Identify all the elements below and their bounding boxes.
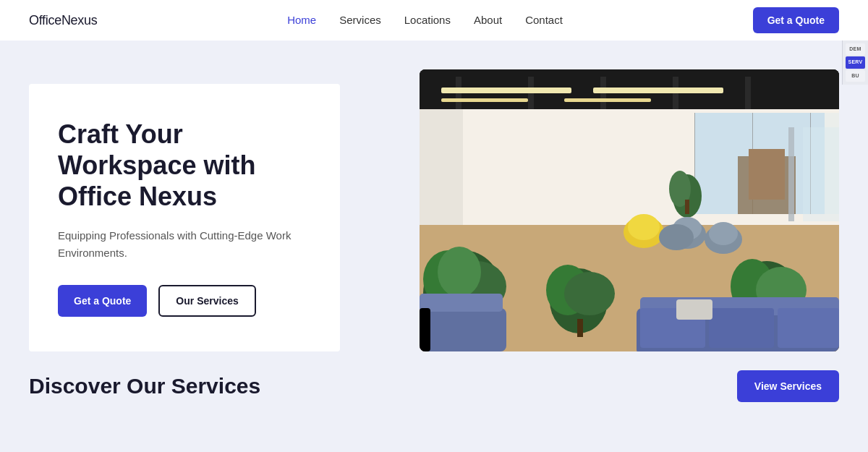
nav-item-contact[interactable]: Contact [525,14,563,27]
view-services-button[interactable]: View Services [737,370,839,402]
services-title: Discover Our Services [29,374,260,398]
sidebar-item-dem[interactable]: DEM [846,43,865,55]
hero-section: Craft Your Workspace with Office Nexus E… [0,40,868,344]
svg-rect-39 [577,319,583,337]
hero-image [420,69,839,351]
hero-our-services-button[interactable]: Our Services [158,285,255,317]
svg-rect-46 [420,308,430,351]
svg-point-30 [709,222,738,245]
services-section: Discover Our Services View Services [0,344,868,428]
logo-light: Nexus [61,13,98,27]
hero-get-quote-button[interactable]: Get a Quote [58,285,147,317]
nav-link-contact[interactable]: Contact [525,14,563,26]
svg-rect-20 [749,149,785,200]
nav-item-services[interactable]: Services [339,14,381,27]
hero-card: Craft Your Workspace with Office Nexus E… [29,84,340,351]
svg-rect-44 [420,308,506,351]
hero-title: Craft Your Workspace with Office Nexus [58,119,305,213]
svg-rect-8 [593,88,723,93]
svg-rect-52 [676,299,712,320]
nav-links: Home Services Locations About Contact [287,14,563,27]
svg-rect-54 [803,127,839,221]
logo-bold: Office [29,13,61,27]
hero-buttons: Get a Quote Our Services [58,285,305,317]
logo: OfficeNexus [29,13,97,28]
nav-link-locations[interactable]: Locations [404,14,451,26]
svg-rect-51 [778,308,839,348]
sidebar-item-serv[interactable]: SERV [846,56,865,68]
sidebar-item-bu[interactable]: BU [846,70,865,82]
nav-cta-button[interactable]: Get a Quote [753,7,839,33]
svg-rect-9 [441,98,528,102]
nav-link-about[interactable]: About [474,14,502,26]
sidebar-panel: DEM SERV BU [842,40,868,85]
svg-point-28 [659,224,694,250]
svg-point-38 [564,272,615,315]
svg-rect-53 [788,127,794,221]
svg-rect-13 [420,109,463,225]
svg-rect-45 [420,294,503,312]
svg-point-25 [628,214,660,240]
navbar: OfficeNexus Home Services Locations Abou… [0,0,868,40]
svg-rect-7 [441,88,571,93]
svg-rect-10 [564,98,651,102]
nav-link-services[interactable]: Services [339,14,381,26]
nav-link-home[interactable]: Home [287,14,316,26]
nav-item-locations[interactable]: Locations [404,14,451,27]
hero-subtitle: Equipping Professionals with Cutting-Edg… [58,227,305,262]
nav-item-home[interactable]: Home [287,14,316,27]
nav-item-about[interactable]: About [474,14,502,27]
svg-point-34 [438,247,481,297]
svg-rect-50 [709,308,774,348]
svg-rect-23 [685,200,689,214]
